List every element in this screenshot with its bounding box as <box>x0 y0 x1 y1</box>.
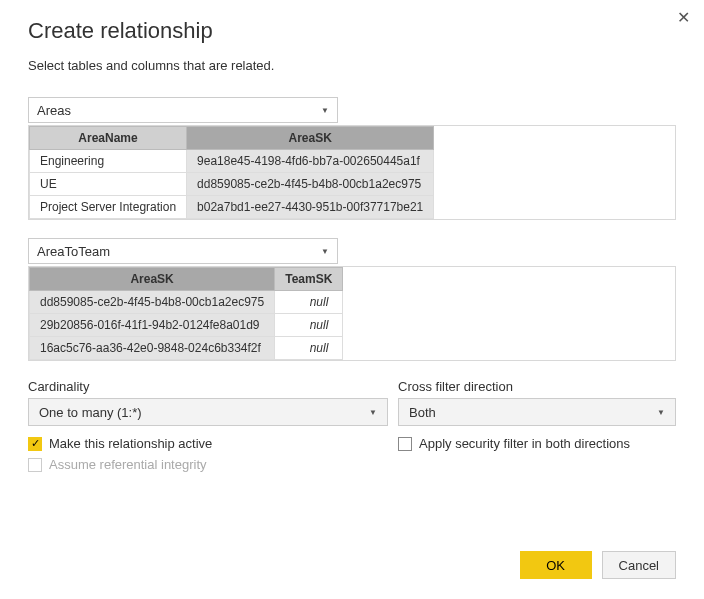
crossfilter-value: Both <box>409 405 436 420</box>
checkbox-checked-icon: ✓ <box>28 437 42 451</box>
table2-select-value: AreaToTeam <box>37 244 110 259</box>
table2-col-0[interactable]: AreaSK <box>30 268 275 291</box>
table-row[interactable]: 29b20856-016f-41f1-94b2-0124fe8a01d9 nul… <box>30 314 343 337</box>
active-checkbox-row[interactable]: ✓ Make this relationship active <box>28 436 388 451</box>
table-row[interactable]: Engineering 9ea18e45-4198-4fd6-bb7a-0026… <box>30 150 434 173</box>
table2-col-1[interactable]: TeamSK <box>275 268 343 291</box>
cardinality-value: One to many (1:*) <box>39 405 142 420</box>
table2-grid[interactable]: AreaSK TeamSK dd859085-ce2b-4f45-b4b8-00… <box>29 267 343 360</box>
table-row[interactable]: 16ac5c76-aa36-42e0-9848-024c6b334f2f nul… <box>30 337 343 360</box>
table1-select[interactable]: Areas ▼ <box>28 97 338 123</box>
chevron-down-icon: ▼ <box>369 408 377 417</box>
table1-preview: AreaName AreaSK Engineering 9ea18e45-419… <box>28 125 676 220</box>
security-checkbox-row[interactable]: Apply security filter in both directions <box>398 436 676 451</box>
close-button[interactable]: ✕ <box>677 10 690 26</box>
crossfilter-select[interactable]: Both ▼ <box>398 398 676 426</box>
dialog-title: Create relationship <box>28 18 676 44</box>
cardinality-label: Cardinality <box>28 379 388 394</box>
table-row[interactable]: UE dd859085-ce2b-4f45-b4b8-00cb1a2ec975 <box>30 173 434 196</box>
assume-checkbox-row: Assume referential integrity <box>28 457 388 472</box>
assume-checkbox-label: Assume referential integrity <box>49 457 207 472</box>
table2-select[interactable]: AreaToTeam ▼ <box>28 238 338 264</box>
checkbox-unchecked-icon <box>28 458 42 472</box>
table-row[interactable]: dd859085-ce2b-4f45-b4b8-00cb1a2ec975 nul… <box>30 291 343 314</box>
active-checkbox-label: Make this relationship active <box>49 436 212 451</box>
security-checkbox-label: Apply security filter in both directions <box>419 436 630 451</box>
table1-col-1[interactable]: AreaSK <box>187 127 434 150</box>
chevron-down-icon: ▼ <box>321 106 329 115</box>
close-icon: ✕ <box>677 9 690 26</box>
dialog-footer: OK Cancel <box>520 551 676 579</box>
table1-select-value: Areas <box>37 103 71 118</box>
options-row: Cardinality One to many (1:*) ▼ ✓ Make t… <box>28 379 676 478</box>
checkbox-unchecked-icon <box>398 437 412 451</box>
cancel-button[interactable]: Cancel <box>602 551 676 579</box>
table2-preview: AreaSK TeamSK dd859085-ce2b-4f45-b4b8-00… <box>28 266 676 361</box>
table1-grid[interactable]: AreaName AreaSK Engineering 9ea18e45-419… <box>29 126 434 219</box>
chevron-down-icon: ▼ <box>321 247 329 256</box>
table1-col-0[interactable]: AreaName <box>30 127 187 150</box>
create-relationship-dialog: ✕ Create relationship Select tables and … <box>0 0 704 599</box>
crossfilter-label: Cross filter direction <box>398 379 676 394</box>
table-row[interactable]: Project Server Integration b02a7bd1-ee27… <box>30 196 434 219</box>
dialog-subtitle: Select tables and columns that are relat… <box>28 58 676 73</box>
ok-button[interactable]: OK <box>520 551 592 579</box>
chevron-down-icon: ▼ <box>657 408 665 417</box>
cardinality-select[interactable]: One to many (1:*) ▼ <box>28 398 388 426</box>
